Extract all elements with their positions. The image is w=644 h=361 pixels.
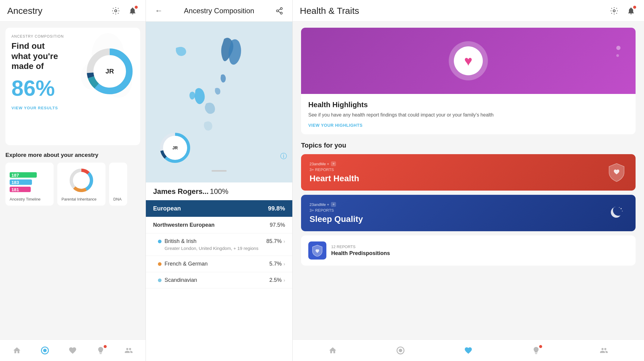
british-irish-row[interactable]: British & Irish 85.7% › Greater London, … [146, 233, 292, 256]
hh-title: Health Highlights [308, 101, 628, 109]
svg-point-13 [73, 172, 90, 189]
sleep-name: Sleep Quality [309, 214, 363, 224]
nav-traits-right[interactable] [528, 344, 544, 356]
heart-health-card[interactable]: 23andMe + + 3+ REPORTS Heart Health [301, 154, 636, 191]
left-panel: Ancestry ANCE [0, 0, 146, 361]
traits-dot-right [539, 345, 542, 348]
hh-circle-inner: ♥ [454, 46, 483, 75]
tbar-3: 181 [10, 187, 31, 192]
dna-label: DNA [113, 197, 123, 201]
nav-home-right[interactable] [325, 344, 341, 356]
svg-point-28 [619, 207, 620, 208]
back-button[interactable]: ← [153, 5, 165, 17]
tbar-2: 183 [10, 179, 32, 185]
ancestry-timeline-card[interactable]: 187 183 181 Ancestry Timeline [5, 163, 54, 206]
map-area[interactable]: JR ⓘ [146, 22, 292, 182]
timeline-bars: 187 183 181 [10, 172, 49, 192]
british-sub: Greater London, United Kingdom, + 19 reg… [158, 246, 258, 251]
middle-header-nav: ← [153, 5, 165, 17]
left-content: ANCESTRY COMPOSITION Find out what you'r… [0, 22, 146, 339]
timeline-label: Ancestry Timeline [10, 197, 49, 201]
right-content: ♥ Health Highlights See if you have any … [293, 22, 644, 339]
nav-family-left[interactable] [121, 344, 137, 356]
british-irish-left: British & Irish [158, 238, 196, 244]
british-irish-right: 85.7% › [266, 238, 285, 244]
northwestern-row[interactable]: Northwestern European 97.5% [146, 217, 292, 233]
right-header-icons [608, 5, 637, 17]
map-info-button[interactable]: ⓘ [280, 152, 287, 161]
svg-point-16 [280, 8, 282, 10]
hh-dot-1 [616, 46, 620, 50]
sleep-badge: 23andMe + + [309, 202, 363, 207]
parental-inheritance-card[interactable]: Parental Inheritance [57, 163, 105, 206]
right-gear-button[interactable] [608, 5, 620, 17]
nav-ancestry-right[interactable] [393, 344, 408, 356]
ancestry-composition-card[interactable]: ANCESTRY COMPOSITION Find out what you'r… [5, 28, 140, 145]
donut-initials: JR [105, 67, 114, 75]
hh-dot-2 [616, 54, 619, 57]
right-notif-dot [633, 6, 636, 9]
scandinavian-row[interactable]: Scandinavian 2.5% › [146, 272, 292, 288]
heart-name: Heart Health [309, 174, 359, 183]
british-irish-top: British & Irish 85.7% › [158, 238, 285, 244]
scandinavian-dot [158, 279, 162, 282]
svg-line-19 [278, 11, 280, 12]
french-german-row[interactable]: French & German 5.7% › [146, 256, 292, 272]
family-icon-left [124, 346, 133, 355]
share-icon [275, 7, 283, 15]
french-german-left: French & German [158, 261, 208, 267]
heart-icon-area [606, 162, 627, 183]
explore-cards: 187 183 181 Ancestry Timeline [5, 163, 140, 206]
svg-point-26 [620, 208, 622, 209]
hh-circle-outer: ♥ [449, 41, 488, 80]
svg-point-0 [115, 10, 117, 12]
health-icon-left [68, 346, 77, 355]
traits-dot-left [104, 345, 107, 348]
dna-card[interactable]: DNA [109, 163, 127, 206]
svg-point-18 [280, 12, 282, 14]
sleep-quality-left: 23andMe + + 3+ REPORTS Sleep Quality [309, 202, 363, 224]
middle-title: Ancestry Composition [184, 7, 254, 15]
hh-desc: See if you have any health report findin… [308, 111, 628, 119]
british-chevron: › [284, 239, 285, 244]
hh-dots [616, 46, 620, 57]
ancestry-icon-left [41, 346, 49, 355]
svg-line-20 [278, 9, 280, 10]
left-gear-button[interactable] [110, 5, 121, 17]
french-chevron: › [284, 261, 285, 267]
scandinavian-right: 2.5% › [269, 277, 285, 283]
sleep-quality-card[interactable]: 23andMe + + 3+ REPORTS Sleep Quality [301, 195, 636, 231]
svg-point-27 [622, 210, 623, 211]
share-button[interactable] [274, 5, 285, 17]
user-name: James Rogers... [153, 187, 209, 195]
sleep-icon-area [606, 203, 627, 224]
partial-reports: 12 REPORTS [331, 244, 628, 249]
british-dot [158, 240, 162, 243]
heart-reports: 3+ REPORTS [309, 167, 359, 172]
nav-home-left[interactable] [9, 344, 25, 356]
explore-title: Explore more about your ancestry [5, 152, 140, 158]
user-pct: 100% [210, 187, 228, 195]
nav-health-left[interactable] [65, 344, 80, 356]
heart-shield-icon [608, 163, 625, 182]
hh-body: Health Highlights See if you have any he… [301, 94, 636, 134]
partial-health-card[interactable]: 12 REPORTS Health Predispositions [301, 235, 636, 266]
view-highlights-button[interactable]: VIEW YOUR HIGHLIGHTS [308, 123, 628, 128]
left-title: Ancestry [7, 6, 42, 16]
french-german-top: French & German 5.7% › [158, 261, 285, 267]
french-dot [158, 262, 162, 266]
nav-family-right[interactable] [596, 344, 612, 356]
nav-ancestry-left[interactable] [37, 344, 53, 356]
middle-panel: ← Ancestry Composition [146, 0, 293, 361]
european-row[interactable]: European 99.8% [146, 200, 292, 217]
nav-traits-left[interactable] [93, 344, 108, 356]
svg-point-30 [399, 349, 402, 352]
family-icon-right [600, 346, 608, 355]
topics-title: Topics for you [301, 142, 636, 149]
right-bell-button[interactable] [625, 5, 637, 17]
left-bell-button[interactable] [127, 5, 138, 17]
view-results-button[interactable]: VIEW YOUR RESULTS [11, 106, 58, 110]
card-headline: Find out what you're made of [11, 41, 66, 71]
nav-health-right[interactable] [460, 344, 476, 356]
left-header-icons [110, 5, 138, 17]
